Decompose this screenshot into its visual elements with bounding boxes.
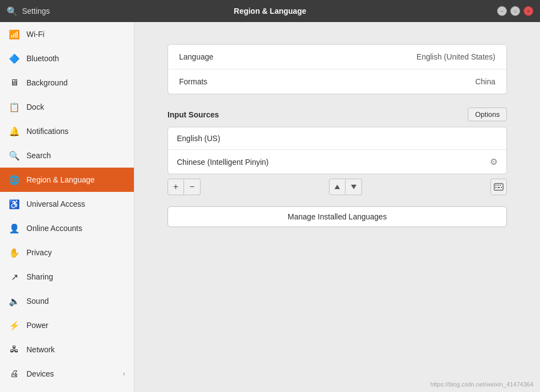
move-down-button[interactable]: [345, 179, 362, 195]
formats-label: Formats: [179, 77, 207, 86]
keyboard-layout-button[interactable]: [490, 179, 507, 195]
sidebar-item-label: Devices: [26, 369, 116, 378]
add-input-source-button[interactable]: +: [168, 179, 184, 195]
input-source-chinese[interactable]: Chinese (Intelligent Pinyin) ⚙: [168, 149, 506, 174]
input-sources-header: Input Sources Options: [168, 108, 507, 121]
sidebar-item-bluetooth[interactable]: 🔷 Bluetooth: [0, 46, 134, 71]
move-up-button[interactable]: [329, 179, 345, 195]
sidebar-item-notifications[interactable]: 🔔 Notifications: [0, 119, 134, 143]
bluetooth-icon: 🔷: [9, 53, 20, 64]
manage-languages-button[interactable]: Manage Installed Languages: [168, 206, 507, 227]
minimize-button[interactable]: −: [497, 6, 507, 16]
window-controls: − ○ ×: [497, 6, 533, 16]
svg-marker-1: [351, 185, 357, 189]
sidebar-item-label: Privacy: [26, 248, 125, 257]
sidebar-item-power[interactable]: ⚡ Power: [0, 313, 134, 337]
sidebar-item-label: Power: [26, 321, 125, 330]
sidebar-item-privacy[interactable]: ✋ Privacy: [0, 240, 134, 265]
search-icon: 🔍: [9, 150, 20, 161]
sidebar-item-search[interactable]: 🔍 Search: [0, 143, 134, 168]
sidebar-item-online-accounts[interactable]: 👤 Online Accounts: [0, 216, 134, 240]
titlebar-left: 🔍 Settings: [7, 6, 50, 17]
background-icon: 🖥: [9, 77, 20, 88]
formats-value: China: [475, 77, 495, 86]
sound-icon: 🔈: [9, 296, 20, 307]
wifi-icon: 📶: [9, 29, 20, 40]
dock-icon: 📋: [9, 101, 20, 112]
sidebar-item-details[interactable]: ℹ Details ›: [0, 386, 134, 392]
sidebar-item-label: Notifications: [26, 127, 125, 136]
sidebar-item-universal-access[interactable]: ♿ Universal Access: [0, 192, 134, 216]
svg-rect-3: [495, 185, 496, 186]
input-source-toolbar: + −: [168, 176, 507, 197]
sidebar-item-label: Search: [26, 151, 125, 160]
content-area: Language English (United States) Formats…: [134, 22, 540, 392]
search-icon[interactable]: 🔍: [7, 6, 18, 17]
network-icon: 🖧: [9, 344, 20, 355]
input-sources-card: English (US) Chinese (Intelligent Pinyin…: [168, 127, 507, 174]
sidebar-item-label: Sound: [26, 297, 125, 305]
devices-icon: 🖨: [9, 368, 20, 379]
language-label: Language: [179, 52, 213, 61]
sidebar-item-sharing[interactable]: ↗ Sharing: [0, 265, 134, 289]
language-value: English (United States): [417, 52, 495, 61]
region-icon: 🌐: [9, 174, 20, 185]
page-title: Region & Language: [234, 7, 306, 15]
sidebar-item-label: Wi-Fi: [26, 30, 125, 39]
add-remove-group: + −: [168, 179, 201, 195]
sidebar-item-dock[interactable]: 📋 Dock: [0, 95, 134, 119]
sidebar-item-label: Bluetooth: [26, 54, 125, 63]
formats-row[interactable]: Formats China: [168, 69, 506, 94]
language-card: Language English (United States) Formats…: [168, 44, 507, 94]
gear-icon[interactable]: ⚙: [490, 157, 498, 167]
svg-rect-5: [500, 185, 501, 186]
sidebar-item-region[interactable]: 🌐 Region & Language: [0, 168, 134, 192]
language-row[interactable]: Language English (United States): [168, 45, 506, 69]
sidebar-item-label: Dock: [26, 103, 125, 111]
sidebar-item-label: Network: [26, 345, 125, 354]
svg-marker-0: [334, 185, 340, 189]
sidebar-item-label: Region & Language: [26, 175, 125, 184]
sidebar: 📶 Wi-Fi 🔷 Bluetooth 🖥 Background 📋 Dock …: [0, 22, 134, 392]
input-source-english[interactable]: English (US): [168, 127, 506, 149]
titlebar: 🔍 Settings Region & Language − ○ ×: [0, 0, 540, 22]
svg-rect-6: [495, 187, 496, 188]
app-title: Settings: [22, 7, 50, 15]
svg-rect-4: [498, 185, 499, 186]
svg-rect-8: [501, 187, 502, 188]
sidebar-item-label: Universal Access: [26, 200, 125, 208]
sharing-icon: ↗: [9, 271, 20, 282]
sidebar-item-wifi[interactable]: 📶 Wi-Fi: [0, 22, 134, 46]
input-source-label: Chinese (Intelligent Pinyin): [177, 158, 269, 167]
sidebar-item-label: Background: [26, 78, 125, 87]
sidebar-item-devices[interactable]: 🖨 Devices ›: [0, 362, 134, 386]
sidebar-item-label: Sharing: [26, 272, 125, 281]
universal-access-icon: ♿: [9, 198, 20, 210]
options-button[interactable]: Options: [468, 108, 507, 121]
input-sources-title: Input Sources: [168, 110, 219, 119]
sidebar-item-network[interactable]: 🖧 Network: [0, 337, 134, 362]
maximize-button[interactable]: ○: [510, 6, 520, 16]
power-icon: ⚡: [9, 320, 20, 331]
chevron-right-icon: ›: [123, 370, 125, 378]
online-accounts-icon: 👤: [9, 223, 20, 234]
close-button[interactable]: ×: [523, 6, 533, 16]
remove-input-source-button[interactable]: −: [184, 179, 201, 195]
sidebar-item-label: Online Accounts: [26, 224, 125, 233]
sidebar-item-background[interactable]: 🖥 Background: [0, 71, 134, 95]
sidebar-item-sound[interactable]: 🔈 Sound: [0, 289, 134, 313]
move-group: [329, 179, 362, 195]
privacy-icon: ✋: [9, 247, 20, 258]
notifications-icon: 🔔: [9, 126, 20, 137]
svg-rect-7: [498, 187, 500, 188]
app-body: 📶 Wi-Fi 🔷 Bluetooth 🖥 Background 📋 Dock …: [0, 22, 540, 392]
input-source-label: English (US): [177, 134, 220, 143]
